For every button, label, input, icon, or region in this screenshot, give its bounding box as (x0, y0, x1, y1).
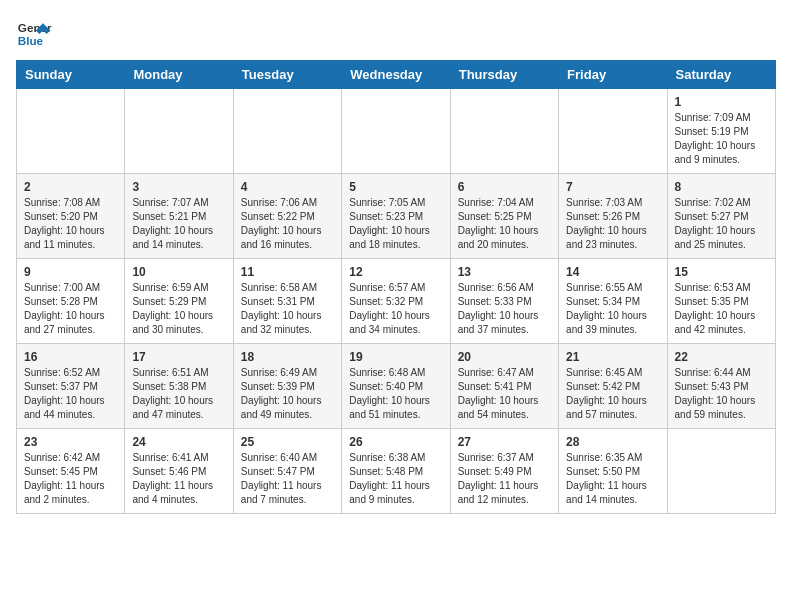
calendar-cell: 6Sunrise: 7:04 AM Sunset: 5:25 PM Daylig… (450, 174, 558, 259)
svg-text:Blue: Blue (18, 34, 44, 47)
day-number: 1 (675, 95, 768, 109)
day-info: Sunrise: 6:55 AM Sunset: 5:34 PM Dayligh… (566, 281, 659, 337)
day-info: Sunrise: 6:56 AM Sunset: 5:33 PM Dayligh… (458, 281, 551, 337)
calendar-cell: 27Sunrise: 6:37 AM Sunset: 5:49 PM Dayli… (450, 429, 558, 514)
calendar-cell: 25Sunrise: 6:40 AM Sunset: 5:47 PM Dayli… (233, 429, 341, 514)
calendar-cell: 18Sunrise: 6:49 AM Sunset: 5:39 PM Dayli… (233, 344, 341, 429)
day-number: 27 (458, 435, 551, 449)
day-info: Sunrise: 6:44 AM Sunset: 5:43 PM Dayligh… (675, 366, 768, 422)
weekday-header-friday: Friday (559, 61, 667, 89)
day-info: Sunrise: 7:05 AM Sunset: 5:23 PM Dayligh… (349, 196, 442, 252)
calendar-cell: 19Sunrise: 6:48 AM Sunset: 5:40 PM Dayli… (342, 344, 450, 429)
header: General Blue (16, 16, 776, 52)
calendar-cell: 10Sunrise: 6:59 AM Sunset: 5:29 PM Dayli… (125, 259, 233, 344)
calendar-cell: 26Sunrise: 6:38 AM Sunset: 5:48 PM Dayli… (342, 429, 450, 514)
calendar-cell: 11Sunrise: 6:58 AM Sunset: 5:31 PM Dayli… (233, 259, 341, 344)
day-info: Sunrise: 6:35 AM Sunset: 5:50 PM Dayligh… (566, 451, 659, 507)
calendar-cell: 20Sunrise: 6:47 AM Sunset: 5:41 PM Dayli… (450, 344, 558, 429)
weekday-header-wednesday: Wednesday (342, 61, 450, 89)
week-row-1: 1Sunrise: 7:09 AM Sunset: 5:19 PM Daylig… (17, 89, 776, 174)
calendar-cell: 14Sunrise: 6:55 AM Sunset: 5:34 PM Dayli… (559, 259, 667, 344)
day-number: 28 (566, 435, 659, 449)
day-info: Sunrise: 6:45 AM Sunset: 5:42 PM Dayligh… (566, 366, 659, 422)
day-info: Sunrise: 7:00 AM Sunset: 5:28 PM Dayligh… (24, 281, 117, 337)
calendar-cell: 22Sunrise: 6:44 AM Sunset: 5:43 PM Dayli… (667, 344, 775, 429)
day-number: 2 (24, 180, 117, 194)
day-number: 4 (241, 180, 334, 194)
day-info: Sunrise: 6:51 AM Sunset: 5:38 PM Dayligh… (132, 366, 225, 422)
week-row-4: 16Sunrise: 6:52 AM Sunset: 5:37 PM Dayli… (17, 344, 776, 429)
calendar-cell: 8Sunrise: 7:02 AM Sunset: 5:27 PM Daylig… (667, 174, 775, 259)
calendar-cell: 12Sunrise: 6:57 AM Sunset: 5:32 PM Dayli… (342, 259, 450, 344)
calendar-cell (233, 89, 341, 174)
calendar-cell (667, 429, 775, 514)
day-number: 17 (132, 350, 225, 364)
day-info: Sunrise: 7:04 AM Sunset: 5:25 PM Dayligh… (458, 196, 551, 252)
day-number: 26 (349, 435, 442, 449)
week-row-3: 9Sunrise: 7:00 AM Sunset: 5:28 PM Daylig… (17, 259, 776, 344)
calendar-cell (559, 89, 667, 174)
day-number: 19 (349, 350, 442, 364)
calendar-cell: 24Sunrise: 6:41 AM Sunset: 5:46 PM Dayli… (125, 429, 233, 514)
day-info: Sunrise: 7:06 AM Sunset: 5:22 PM Dayligh… (241, 196, 334, 252)
day-number: 13 (458, 265, 551, 279)
day-number: 3 (132, 180, 225, 194)
day-number: 5 (349, 180, 442, 194)
weekday-header-sunday: Sunday (17, 61, 125, 89)
calendar-cell: 4Sunrise: 7:06 AM Sunset: 5:22 PM Daylig… (233, 174, 341, 259)
day-info: Sunrise: 6:58 AM Sunset: 5:31 PM Dayligh… (241, 281, 334, 337)
day-info: Sunrise: 7:09 AM Sunset: 5:19 PM Dayligh… (675, 111, 768, 167)
calendar-cell (125, 89, 233, 174)
calendar-cell (450, 89, 558, 174)
week-row-2: 2Sunrise: 7:08 AM Sunset: 5:20 PM Daylig… (17, 174, 776, 259)
day-info: Sunrise: 6:38 AM Sunset: 5:48 PM Dayligh… (349, 451, 442, 507)
calendar-cell: 7Sunrise: 7:03 AM Sunset: 5:26 PM Daylig… (559, 174, 667, 259)
calendar-cell: 28Sunrise: 6:35 AM Sunset: 5:50 PM Dayli… (559, 429, 667, 514)
day-number: 6 (458, 180, 551, 194)
day-number: 21 (566, 350, 659, 364)
weekday-header-monday: Monday (125, 61, 233, 89)
calendar-cell: 17Sunrise: 6:51 AM Sunset: 5:38 PM Dayli… (125, 344, 233, 429)
weekday-header-tuesday: Tuesday (233, 61, 341, 89)
calendar-cell: 5Sunrise: 7:05 AM Sunset: 5:23 PM Daylig… (342, 174, 450, 259)
calendar-cell: 21Sunrise: 6:45 AM Sunset: 5:42 PM Dayli… (559, 344, 667, 429)
day-number: 16 (24, 350, 117, 364)
day-number: 20 (458, 350, 551, 364)
day-number: 7 (566, 180, 659, 194)
weekday-header-thursday: Thursday (450, 61, 558, 89)
calendar-cell (17, 89, 125, 174)
day-number: 8 (675, 180, 768, 194)
day-info: Sunrise: 6:49 AM Sunset: 5:39 PM Dayligh… (241, 366, 334, 422)
calendar-cell: 3Sunrise: 7:07 AM Sunset: 5:21 PM Daylig… (125, 174, 233, 259)
calendar-cell: 15Sunrise: 6:53 AM Sunset: 5:35 PM Dayli… (667, 259, 775, 344)
calendar-cell: 13Sunrise: 6:56 AM Sunset: 5:33 PM Dayli… (450, 259, 558, 344)
day-info: Sunrise: 6:47 AM Sunset: 5:41 PM Dayligh… (458, 366, 551, 422)
day-info: Sunrise: 6:57 AM Sunset: 5:32 PM Dayligh… (349, 281, 442, 337)
day-info: Sunrise: 6:53 AM Sunset: 5:35 PM Dayligh… (675, 281, 768, 337)
day-number: 12 (349, 265, 442, 279)
day-number: 14 (566, 265, 659, 279)
calendar-cell: 9Sunrise: 7:00 AM Sunset: 5:28 PM Daylig… (17, 259, 125, 344)
day-number: 22 (675, 350, 768, 364)
day-number: 15 (675, 265, 768, 279)
weekday-header-row: SundayMondayTuesdayWednesdayThursdayFrid… (17, 61, 776, 89)
calendar-cell: 2Sunrise: 7:08 AM Sunset: 5:20 PM Daylig… (17, 174, 125, 259)
week-row-5: 23Sunrise: 6:42 AM Sunset: 5:45 PM Dayli… (17, 429, 776, 514)
day-number: 9 (24, 265, 117, 279)
day-number: 23 (24, 435, 117, 449)
logo-icon: General Blue (16, 16, 52, 52)
day-number: 10 (132, 265, 225, 279)
day-number: 24 (132, 435, 225, 449)
calendar-cell (342, 89, 450, 174)
weekday-header-saturday: Saturday (667, 61, 775, 89)
day-info: Sunrise: 7:08 AM Sunset: 5:20 PM Dayligh… (24, 196, 117, 252)
day-number: 11 (241, 265, 334, 279)
day-info: Sunrise: 6:52 AM Sunset: 5:37 PM Dayligh… (24, 366, 117, 422)
day-info: Sunrise: 6:59 AM Sunset: 5:29 PM Dayligh… (132, 281, 225, 337)
day-info: Sunrise: 6:37 AM Sunset: 5:49 PM Dayligh… (458, 451, 551, 507)
calendar: SundayMondayTuesdayWednesdayThursdayFrid… (16, 60, 776, 514)
day-info: Sunrise: 6:42 AM Sunset: 5:45 PM Dayligh… (24, 451, 117, 507)
day-info: Sunrise: 6:48 AM Sunset: 5:40 PM Dayligh… (349, 366, 442, 422)
day-number: 18 (241, 350, 334, 364)
day-info: Sunrise: 7:03 AM Sunset: 5:26 PM Dayligh… (566, 196, 659, 252)
